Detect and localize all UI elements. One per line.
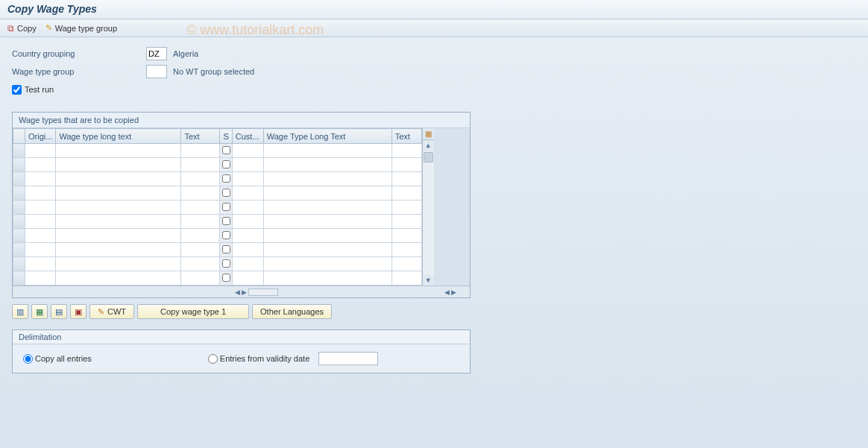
col-cust[interactable]: Cust... [232,129,263,144]
scroll-up-icon[interactable]: ▲ [425,140,432,151]
copy-label: Copy [17,24,37,33]
entries-from-radio[interactable]: Entries from validity date [208,354,309,364]
button-row: ▥ ▦ ▤ ▣ ✎ CWT Copy wage type 1 Other Lan… [12,304,856,319]
hscroll-right-icon[interactable]: ▶ [242,288,247,296]
table-row[interactable] [13,158,422,172]
table-row[interactable] [13,215,422,229]
toolbar: ⧉ Copy ✎ Wage type group [0,19,868,37]
wage-type-group-label: Wage type group [55,24,117,33]
hscroll-left-icon-2[interactable]: ◀ [444,288,450,296]
copy-button[interactable]: ⧉ Copy [7,23,37,34]
table-row[interactable] [13,229,422,243]
form-area: Country grouping Algeria Wage type group… [0,37,868,104]
country-grouping-text: Algeria [173,49,198,58]
copy-all-radio[interactable]: Copy all entries [23,354,92,364]
page-title: Copy Wage Types [7,3,861,15]
wage-type-group-text: No WT group selected [173,67,254,76]
copy-wage-type-button[interactable]: Copy wage type 1 [137,304,249,319]
title-bar: Copy Wage Types [0,0,868,19]
delimitation-groupbox: Delimitation Copy all entries Entries fr… [12,329,471,373]
vertical-scrollbar[interactable]: ▦ ▲ ▼ [422,128,434,285]
test-run-checkbox[interactable] [12,85,22,95]
wage-type-group-input[interactable] [146,65,167,78]
country-grouping-label: Country grouping [12,49,146,58]
hscroll-right-icon-2[interactable]: ▶ [451,288,456,296]
horizontal-scrollbar-right[interactable]: ◀ ▶ [443,286,458,297]
validity-date-input[interactable] [318,352,378,365]
cwt-button[interactable]: ✎ CWT [89,304,134,319]
table-row[interactable] [13,201,422,215]
hscroll-left-icon[interactable]: ◀ [235,288,240,296]
table-row[interactable] [13,172,422,186]
col-wage-long2[interactable]: Wage Type Long Text [263,129,391,144]
icon-button-1[interactable]: ▥ [12,304,28,319]
wage-types-grid[interactable]: Origi... Wage type long text Text S Cust… [13,128,422,285]
wage-type-group-button[interactable]: ✎ Wage type group [45,23,117,33]
table-row[interactable] [13,243,422,257]
icon-button-4[interactable]: ▣ [70,304,87,319]
table-row[interactable] [13,257,422,271]
table-config-icon[interactable]: ▦ [423,128,434,140]
col-wage-long[interactable]: Wage type long text [56,129,181,144]
icon-button-2[interactable]: ▦ [31,304,48,319]
table-panel: Wage types that are to be copied Origi..… [12,112,471,298]
col-s[interactable]: S [220,129,232,144]
edit-icon: ✎ [98,307,104,317]
test-run-label: Test run [25,85,54,94]
horizontal-scrollbar-left[interactable]: ◀ ▶ [233,286,280,297]
other-languages-button[interactable]: Other Languages [252,304,332,319]
icon-button-3[interactable]: ▤ [51,304,67,319]
pencil-icon: ✎ [45,23,52,33]
scroll-down-icon[interactable]: ▼ [425,275,432,285]
col-text2[interactable]: Text [391,129,421,144]
table-row[interactable] [13,271,422,285]
country-grouping-input[interactable] [146,47,167,60]
wage-type-group-form-label: Wage type group [12,67,146,76]
copy-icon: ⧉ [7,23,14,34]
table-row[interactable] [13,186,422,201]
delimitation-title: Delimitation [13,330,470,344]
col-origi[interactable]: Origi... [25,129,56,144]
col-text1[interactable]: Text [181,129,220,144]
table-row[interactable] [13,144,422,158]
table-title: Wage types that are to be copied [13,113,470,128]
